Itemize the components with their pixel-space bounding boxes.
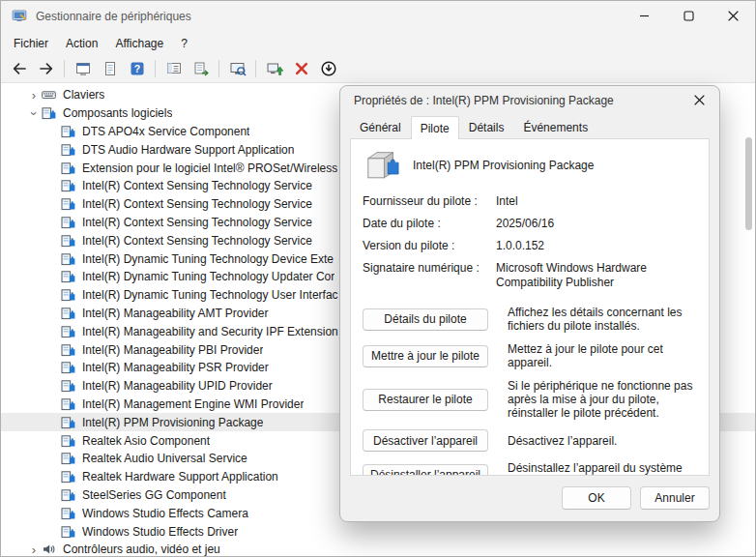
tree-item-label: Intel(R) Dynamic Tuning Technology Devic…	[82, 252, 334, 266]
disable-device-icon[interactable]	[315, 56, 341, 80]
tree-item-label: Intel(R) Context Sensing Technology Serv…	[82, 216, 312, 229]
minimize-button[interactable]	[622, 1, 666, 32]
tree-item-label: Intel(R) PPM Provisioning Package	[82, 416, 263, 429]
action-description: Désactivez l’appareil.	[508, 434, 697, 448]
software-component-icon	[61, 125, 77, 138]
tree-item-label: Intel(R) Dynamic Tuning Technology Updat…	[82, 270, 334, 283]
software-component-icon	[61, 379, 77, 393]
software-component-icon	[61, 416, 77, 429]
driver-details-button[interactable]: Détails du pilote	[363, 308, 488, 331]
software-component-icon	[61, 343, 77, 357]
uninstall-device-icon[interactable]	[288, 56, 314, 80]
tree-item-label: Intel(R) Manageability PBI Provider	[82, 343, 263, 357]
disable-device-button[interactable]: Désactiver l’appareil	[363, 429, 488, 452]
cancel-button[interactable]: Annuler	[640, 486, 710, 510]
software-component-icon	[61, 507, 77, 520]
update-driver-button[interactable]: Mettre à jour le pilote	[363, 345, 488, 367]
software-component-icon	[42, 106, 58, 120]
field-label: Fournisseur du pilote :	[363, 194, 496, 209]
properties-icon[interactable]	[97, 56, 123, 80]
maximize-icon	[683, 10, 694, 24]
field-value: 2025/06/16	[496, 217, 697, 231]
window-title: Gestionnaire de périphériques	[36, 10, 191, 23]
svg-text:?: ?	[133, 62, 139, 73]
software-component-icon	[61, 270, 77, 283]
software-component-icon	[61, 525, 77, 539]
device-name: Intel(R) PPM Provisioning Package	[413, 159, 594, 172]
software-component-icon	[61, 252, 77, 266]
tree-item-label: Composants logiciels	[63, 106, 172, 120]
tab-details[interactable]: Détails	[459, 117, 514, 138]
software-component-icon	[61, 161, 77, 175]
tree-item-label: Intel(R) Manageability and Security IPF …	[82, 325, 344, 338]
software-component-icon	[61, 288, 77, 302]
tree-item-label: Intel(R) Context Sensing Technology Serv…	[82, 234, 312, 248]
tree-item-label: Intel(R) Management Engine WMI Provider	[82, 397, 304, 411]
collapsed-chevron-icon[interactable]: ›	[26, 89, 42, 102]
export-list-icon[interactable]	[188, 56, 214, 80]
maximize-button[interactable]	[666, 1, 711, 32]
device-header: Intel(R) PPM Provisioning Package	[363, 149, 697, 181]
uninstall-device-button[interactable]: Désinstaller l’appareil	[363, 464, 488, 477]
field-row: Signataire numérique :Microsoft Windows …	[363, 261, 697, 290]
ok-button[interactable]: OK	[562, 486, 631, 510]
back-icon[interactable]	[6, 56, 32, 80]
software-component-icon	[61, 434, 77, 448]
driver-fields: Fournisseur du pilote :IntelDate du pilo…	[363, 194, 697, 290]
device-manager-app-icon	[12, 9, 27, 24]
dialog-tabs: GénéralPiloteDétailsÉvénements	[340, 115, 719, 138]
tab-pilote[interactable]: Pilote	[411, 116, 459, 139]
toolbar-separator	[255, 60, 256, 77]
titlebar: Gestionnaire de périphériques	[1, 1, 755, 32]
tree-item-label: Windows Studio Effects Camera	[82, 507, 248, 520]
tab-general[interactable]: Général	[350, 117, 411, 138]
field-row: Version du pilote :1.0.0.152	[363, 239, 697, 253]
console-tree-icon[interactable]	[160, 56, 187, 80]
field-value: Microsoft Windows Hardware Compatibility…	[496, 261, 697, 290]
software-component-icon	[61, 179, 77, 192]
update-driver-icon[interactable]	[261, 56, 287, 80]
help-icon[interactable]: ?	[124, 56, 150, 80]
toolbar-separator	[218, 60, 219, 77]
action-description: Si le périphérique ne fonctionne pas apr…	[508, 379, 697, 420]
tree-item-label: Contrôleurs audio, vidéo et jeu	[63, 542, 220, 556]
field-label: Date du pilote :	[363, 217, 496, 231]
window-controls	[622, 1, 755, 32]
software-component-icon	[61, 470, 77, 484]
console-window-icon[interactable]	[70, 56, 96, 80]
software-component-icon	[61, 307, 77, 320]
software-component-icon	[61, 397, 77, 411]
tree-item[interactable]: ›Contrôleurs audio, vidéo et jeu	[1, 541, 755, 556]
scan-hardware-icon[interactable]	[224, 56, 250, 80]
software-component-icon	[61, 216, 77, 229]
toolbar: ?	[1, 54, 755, 82]
roll-back-driver-button[interactable]: Restaurer le pilote	[363, 389, 488, 411]
menu-item-aide[interactable]: ?	[172, 34, 196, 53]
software-component-icon	[61, 197, 77, 211]
field-value: Intel	[496, 194, 697, 209]
software-component-icon	[61, 361, 77, 374]
close-button[interactable]	[711, 1, 755, 32]
tree-item-label: Intel(R) Manageability AMT Provider	[82, 307, 269, 320]
menu-item-fichier[interactable]: Fichier	[5, 34, 57, 53]
tree-item-label: Realtek Audio Universal Service	[82, 452, 247, 465]
tree-scrollbar-thumb[interactable]	[745, 137, 752, 230]
keyboard-icon	[42, 88, 58, 102]
forward-icon[interactable]	[33, 56, 59, 80]
field-label: Version du pilote :	[363, 239, 496, 253]
tree-item-label: Intel(R) Dynamic Tuning Technology User …	[82, 288, 338, 302]
driver-action-row: Détails du piloteAffichez les détails co…	[363, 306, 697, 333]
software-component-icon	[61, 452, 77, 465]
menu-item-action[interactable]: Action	[57, 34, 106, 53]
collapsed-chevron-icon[interactable]: ›	[26, 543, 42, 556]
tree-item-label: Intel(R) Manageability PSR Provider	[82, 361, 269, 374]
driver-action-row: Désinstaller l’appareilDésinstallez l’ap…	[363, 461, 697, 476]
menu-item-affichage[interactable]: Affichage	[106, 34, 172, 53]
expanded-chevron-icon[interactable]: ›	[28, 105, 41, 121]
dialog-close-button[interactable]	[679, 86, 719, 115]
software-component-icon	[61, 143, 77, 157]
tree-item[interactable]: Windows Studio Effects Driver	[1, 522, 755, 541]
tab-evenements[interactable]: Événements	[513, 117, 597, 138]
tree-item-label: Windows Studio Effects Driver	[82, 525, 238, 539]
action-description: Désinstallez l’appareil du système (avan…	[508, 461, 697, 476]
